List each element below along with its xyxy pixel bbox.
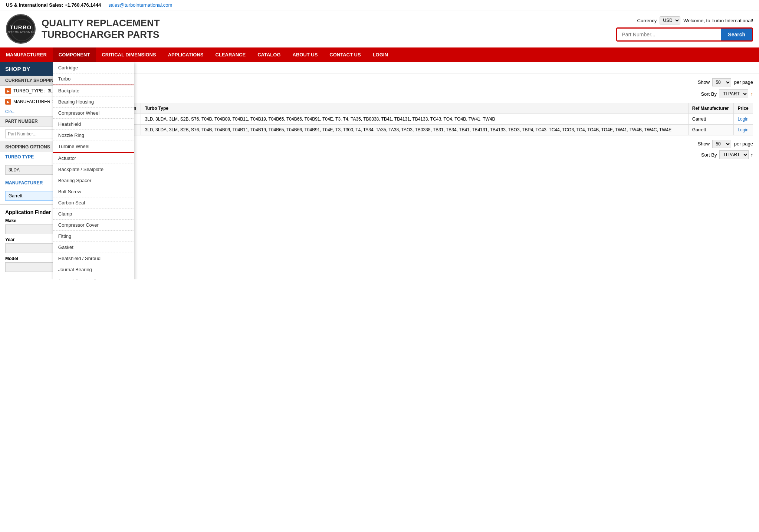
- manufacturer-arrow-icon: ▶: [5, 99, 11, 105]
- dd-cartridge[interactable]: Cartridge: [53, 62, 134, 73]
- pagination-top: Page 1 Show 5025100 per page: [88, 78, 753, 86]
- sortby-label2: Sort By: [701, 152, 717, 158]
- col-ref-manufacturer: Ref Manufacturer: [688, 103, 734, 114]
- login-link-1[interactable]: Login: [737, 116, 748, 122]
- nav-clearance[interactable]: CLEARANCE: [210, 47, 252, 62]
- nav-component-label: COMPONENT: [59, 52, 90, 58]
- sort-arrow-icon2: ↑: [751, 152, 753, 158]
- turbo-type-filter-label: TURBO_TYPE :: [13, 88, 46, 93]
- dd-compressor-wheel[interactable]: Compressor Wheel: [53, 108, 134, 119]
- nav-login-label: LOGIN: [373, 52, 388, 58]
- dd-journal-bearing[interactable]: Journal Bearing: [53, 264, 134, 275]
- nav-about-us[interactable]: ABOUT US: [286, 47, 323, 62]
- sortby-row2: Sort By TI PART ↑: [88, 150, 753, 159]
- component-dropdown: Cartridge Turbo Backplate Bearing Housin…: [53, 62, 134, 279]
- nav-clearance-label: CLEARANCE: [216, 52, 246, 58]
- phone-number: US & International Sales: +1.760.476.144…: [6, 2, 101, 8]
- turbo-type-arrow-icon: ▶: [5, 88, 11, 94]
- nav-component[interactable]: COMPONENT: [53, 47, 96, 62]
- content-area: te / Page 1 Show 5025100 per page: [82, 62, 759, 279]
- dd-turbine-wheel[interactable]: Turbine Wheel: [53, 141, 134, 152]
- nav-applications-label: APPLICATIONS: [168, 52, 204, 58]
- nav-catalog-label: CATALOG: [257, 52, 280, 58]
- table-row: kplate 3LD, 3LDA, 3LM, S2B, S76, T04B, T…: [88, 125, 753, 135]
- dropdown-group-mid: Backplate Bearing Housing Compressor Whe…: [53, 85, 134, 153]
- dd-bearing-housing[interactable]: Bearing Housing: [53, 96, 134, 108]
- manufacturer-filter-label: MANUFACTURER :: [13, 99, 53, 104]
- logo-turbo: TURBO: [10, 24, 32, 30]
- sortby-label: Sort By: [701, 91, 717, 97]
- dropdown-group-top: Cartridge Turbo: [53, 62, 134, 85]
- dd-clamp[interactable]: Clamp: [53, 208, 134, 220]
- col-turbo-type: Turbo Type: [141, 103, 688, 114]
- welcome-text: Welcome, to Turbo International!: [683, 18, 753, 23]
- nav-critical-dimensions-label: CRITICAL DIMENSIONS: [102, 52, 156, 58]
- sortby-select[interactable]: TI PART: [719, 89, 748, 98]
- dd-heatshield-shroud[interactable]: Heatshield / Shroud: [53, 253, 134, 264]
- nav-manufacturer[interactable]: MANUFACTURER: [0, 47, 53, 62]
- nav-catalog[interactable]: CATALOG: [252, 47, 286, 62]
- cell-price-2: Login: [734, 125, 753, 135]
- cell-price-1: Login: [734, 114, 753, 125]
- email-link[interactable]: sales@turbointernational.com: [108, 2, 172, 8]
- nav-manufacturer-label: MANUFACTURER: [6, 52, 47, 58]
- show-per-page-bottom: Show 5025100 per page: [698, 140, 753, 148]
- nav-critical-dimensions[interactable]: CRITICAL DIMENSIONS: [96, 47, 162, 62]
- top-bar: US & International Sales: +1.760.476.144…: [0, 0, 759, 10]
- dd-carbon-seal[interactable]: Carbon Seal: [53, 197, 134, 208]
- dd-journal-bearing-spacer[interactable]: Journal Bearing Spacer: [53, 275, 134, 279]
- nav-about-us-label: ABOUT US: [292, 52, 318, 58]
- header-right: Currency USD EUR Welcome, to Turbo Inter…: [616, 16, 753, 42]
- nav-component-wrapper: COMPONENT Cartridge Turbo Backplate Bear…: [53, 47, 96, 62]
- currency-welcome: Currency USD EUR Welcome, to Turbo Inter…: [637, 16, 753, 24]
- main-search-button[interactable]: Search: [721, 29, 752, 40]
- nav-contact-us-label: CONTACT US: [329, 52, 361, 58]
- dd-fitting[interactable]: Fitting: [53, 231, 134, 242]
- dd-heatshield[interactable]: Heatshield: [53, 119, 134, 130]
- show-select-bottom[interactable]: 5025100: [712, 140, 731, 148]
- currency-label: Currency: [637, 18, 657, 23]
- logo-intl: INTERNATIONAL: [7, 30, 35, 34]
- nav-contact-us[interactable]: CONTACT US: [323, 47, 367, 62]
- dd-compressor-cover[interactable]: Compressor Cover: [53, 220, 134, 231]
- table-header-row: PE Description Turbo Type Ref Manufactur…: [88, 103, 753, 114]
- logo: TURBO INTERNATIONAL: [6, 14, 36, 44]
- main-search-input[interactable]: [617, 29, 721, 40]
- sortby-select2[interactable]: TI PART: [719, 150, 749, 159]
- sort-arrow-icon: ↑: [750, 91, 753, 97]
- login-link-2[interactable]: Login: [737, 127, 748, 132]
- dd-bolt-screw[interactable]: Bolt Screw: [53, 186, 134, 197]
- brand-text: QUALITY REPLACEMENT TURBOCHARGER PARTS: [42, 17, 160, 40]
- brand-line2: TURBOCHARGER PARTS: [42, 29, 160, 40]
- sortby-row: Sort By TI PART ↑: [88, 89, 753, 98]
- table-row: kplate 3LD, 3LDA, 3LM, S2B, S76, T04B, T…: [88, 114, 753, 125]
- cell-ref-mfr-1: Garrett: [688, 114, 734, 125]
- dd-backplate[interactable]: Backplate: [53, 85, 134, 96]
- table-area: Page 1 Show 5025100 per page Sort By TI …: [82, 74, 759, 164]
- parts-table: PE Description Turbo Type Ref Manufactur…: [88, 103, 753, 135]
- show-per-page-top: Show 5025100 per page: [698, 78, 753, 86]
- nav: MANUFACTURER COMPONENT Cartridge Turbo B…: [0, 47, 759, 62]
- brand-line1: QUALITY REPLACEMENT: [42, 17, 160, 29]
- dd-backplate-sealplate[interactable]: Backplate / Sealplate: [53, 164, 134, 175]
- header: TURBO INTERNATIONAL QUALITY REPLACEMENT …: [0, 10, 759, 47]
- pagination-bottom: Page 1 Show 5025100 per page: [88, 140, 753, 148]
- cell-turbo-type-1: 3LD, 3LDA, 3LM, S2B, S76, T04B, T04B09, …: [141, 114, 688, 125]
- breadcrumb: te /: [82, 62, 759, 74]
- nav-applications[interactable]: APPLICATIONS: [162, 47, 210, 62]
- cell-ref-mfr-2: Garrett: [688, 125, 734, 135]
- dd-turbo[interactable]: Turbo: [53, 73, 134, 85]
- nav-login[interactable]: LOGIN: [367, 47, 394, 62]
- show-select-top[interactable]: 5025100: [712, 78, 731, 86]
- col-price: Price: [734, 103, 753, 114]
- cell-turbo-type-2: 3LD, 3LDA, 3LM, S2B, S76, T04B, T04B09, …: [141, 125, 688, 135]
- search-box-wrapper: Search: [616, 27, 753, 42]
- dd-gasket[interactable]: Gasket: [53, 242, 134, 253]
- dd-bearing-spacer[interactable]: Bearing Spacer: [53, 175, 134, 186]
- dd-actuator[interactable]: Actuator: [53, 153, 134, 164]
- clear-link[interactable]: Cle...: [5, 109, 16, 114]
- currency-select[interactable]: USD EUR: [660, 16, 680, 24]
- logo-area: TURBO INTERNATIONAL QUALITY REPLACEMENT …: [6, 14, 160, 44]
- dd-nozzle-ring[interactable]: Nozzle Ring: [53, 130, 134, 141]
- dropdown-group-bot: Actuator Backplate / Sealplate Bearing S…: [53, 153, 134, 279]
